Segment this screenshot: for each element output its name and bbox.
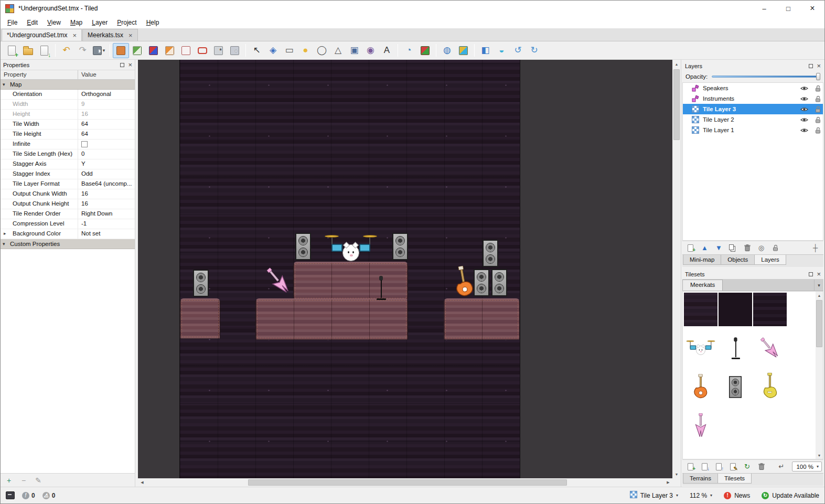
close-panel-icon[interactable]: × [128,61,132,68]
lock-layer-button[interactable] [769,242,782,254]
select-same-tile-button[interactable]: ◌ [227,43,243,58]
property-row-tile-side-length-hex-[interactable]: Tile Side Length (Hex)0 [1,149,135,159]
opacity-slider-track[interactable] [712,76,820,78]
property-value[interactable]: 16 [78,110,135,119]
layer-row-speakers[interactable]: Speakers [683,83,823,93]
lock-icon[interactable] [812,95,823,102]
scroll-right-icon[interactable]: ▶ [664,478,672,487]
lower-layer-button[interactable]: ▼ [712,242,725,254]
property-value[interactable]: -1 [78,219,135,229]
insert-tile-button[interactable]: ▣ [346,43,362,58]
image-tool-button[interactable] [455,43,472,58]
menu-map[interactable]: Map [66,17,87,28]
wrap-tiles-button[interactable]: ↵ [775,461,788,473]
property-row-width[interactable]: Width9 [1,100,135,110]
commands-button[interactable]: ›▾ [91,43,107,58]
vertical-scrollbar[interactable]: ▲ ▼ [672,60,681,478]
menu-help[interactable]: Help [142,17,164,28]
property-value[interactable] [78,140,135,149]
news-button[interactable]: ! News [724,492,750,499]
layer-row-tile-layer-1[interactable]: Tile Layer 1 [683,125,823,135]
property-row-tile-layer-format[interactable]: Tile Layer FormatBase64 (uncomp... [1,179,135,189]
horizontal-scrollbar[interactable]: ◀ ▶ [138,478,672,487]
open-file-button[interactable] [20,43,36,58]
document-tab-meerkats-tsx[interactable]: Meerkats.tsx× [82,29,138,41]
lock-icon[interactable] [812,106,823,113]
property-group-custom-properties[interactable]: ▾Custom Properties [1,239,135,249]
property-row-output-chunk-width[interactable]: Output Chunk Width16 [1,189,135,199]
insert-template-button[interactable]: ◉ [362,43,379,58]
new-map-button[interactable]: + [4,43,20,58]
visibility-eye-icon[interactable] [799,96,809,102]
property-row-infinite[interactable]: Infinite [1,140,135,149]
tileset-view[interactable]: ▲ ▼ [682,291,823,459]
edit-property-button[interactable]: ✎ [32,475,45,486]
property-row-stagger-index[interactable]: Stagger IndexOdd [1,169,135,179]
undo-button[interactable]: ↶ [58,43,74,58]
random-mode-button[interactable] [417,43,433,58]
lock-icon[interactable] [812,116,823,123]
bucket-fill-button[interactable] [145,43,162,58]
maximize-button[interactable]: □ [776,1,800,16]
scroll-up-icon[interactable]: ▲ [816,292,823,299]
property-group-map[interactable]: ▾Map [1,80,135,90]
expander-icon[interactable]: ▸ [4,231,6,236]
rotate-right-button[interactable]: ↻ [526,43,542,58]
import-tileset-button[interactable]: ↓ [698,461,711,473]
insert-ellipse-button[interactable]: ◯ [314,43,330,58]
menu-edit[interactable]: Edit [22,17,42,28]
dock-tab-objects[interactable]: Objects [721,255,755,265]
visibility-eye-icon[interactable] [799,127,809,133]
visibility-eye-icon[interactable] [799,106,809,112]
layer-row-tile-layer-2[interactable]: Tile Layer 2 [683,114,823,125]
horizontal-scroll-thumb[interactable] [248,479,567,486]
map-canvas[interactable] [180,60,520,478]
layer-config-button[interactable]: ┼ [809,242,822,254]
new-tileset-button[interactable]: + [684,461,697,473]
visibility-eye-icon[interactable] [799,85,809,91]
dock-tab-tilesets[interactable]: Tilesets [717,474,752,484]
layer-row-instruments[interactable]: Instruments [683,93,823,104]
redo-button[interactable]: ↷ [74,43,91,58]
rect-select-button[interactable] [194,43,210,58]
tileset-tile-bg-b[interactable] [719,293,752,326]
float-panel-icon[interactable] [809,272,813,276]
tileset-tile-guitar-v-pink-diag[interactable] [753,331,787,365]
new-layer-button[interactable]: + [684,242,697,254]
property-row-compression-level[interactable]: Compression Level-1 [1,219,135,229]
tileset-tile-guitar-orange[interactable] [684,370,717,404]
insert-rectangle-button[interactable]: ▭ [281,43,297,58]
edit-tileset-button[interactable]: ✎ [726,461,740,473]
tileset-tile-bg-a[interactable] [684,293,717,326]
console-toggle-icon[interactable] [6,491,15,499]
property-value[interactable]: Odd [78,169,135,179]
eyedropper-button[interactable]: ◔ [401,43,417,58]
insert-text-button[interactable]: A [379,43,395,58]
save-file-button[interactable]: ↓ [36,43,52,58]
menu-file[interactable]: File [3,17,22,28]
property-row-tile-render-order[interactable]: Tile Render OrderRight Down [1,209,135,219]
world-tool-button[interactable]: ◍ [439,43,455,58]
tileset-tile-mic[interactable] [719,331,752,365]
property-row-tile-height[interactable]: Tile Height64 [1,130,135,140]
scroll-left-icon[interactable]: ◀ [138,478,146,487]
tileset-tile-drumkit[interactable] [684,331,717,365]
scroll-up-icon[interactable]: ▲ [672,60,681,68]
remove-layer-button[interactable] [741,242,754,254]
menu-layer[interactable]: Layer [87,17,112,28]
lock-icon[interactable] [812,127,823,134]
raise-layer-button[interactable]: ▲ [698,242,711,254]
rotate-left-button[interactable]: ↺ [510,43,526,58]
shape-fill-button[interactable] [162,43,178,58]
dock-tab-mini-map[interactable]: Mini-map [683,255,721,265]
dock-tab-layers[interactable]: Layers [754,255,786,265]
warnings-counter[interactable]: ⚠0 [42,492,56,499]
magic-wand-button[interactable]: * [210,43,227,58]
property-value[interactable]: 16 [78,199,135,209]
close-button[interactable]: × [800,1,824,16]
close-panel-icon[interactable]: × [817,62,821,69]
tileset-scrollbar[interactable]: ▲ ▼ [816,292,823,459]
menu-project[interactable]: Project [112,17,141,28]
layer-row-tile-layer-3[interactable]: Tile Layer 3 [683,104,823,114]
remove-property-button[interactable]: − [17,475,30,486]
